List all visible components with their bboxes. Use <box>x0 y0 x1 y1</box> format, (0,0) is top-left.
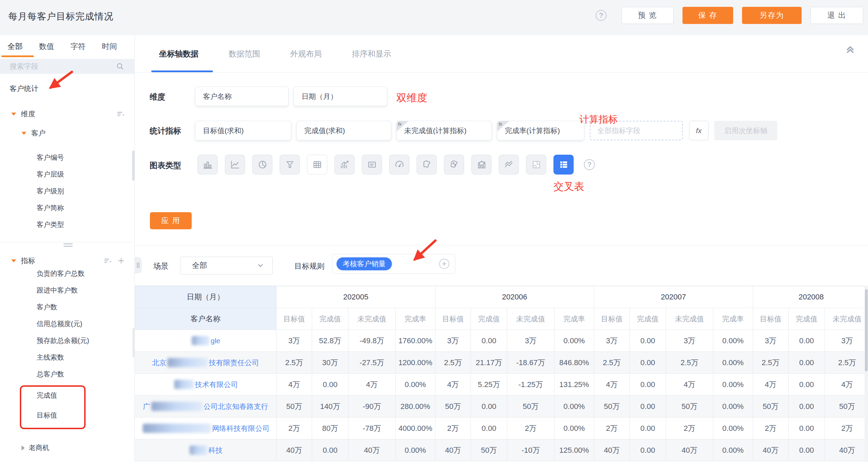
fx-formula-button[interactable]: fx <box>689 121 709 140</box>
sidebar-scrollbar-thumb[interactable] <box>132 328 135 357</box>
sub-header-cell: 目标值 <box>277 308 312 330</box>
customer-link[interactable]: 网络科技有限公司 <box>212 424 270 433</box>
gauge-chart-icon[interactable] <box>389 155 409 175</box>
metric-field[interactable]: 总客户数 <box>0 366 135 383</box>
primary-button[interactable]: 保 存 <box>682 7 733 24</box>
dimension-field[interactable]: 客户简称 <box>0 200 135 216</box>
metric-row-label: 统计指标 <box>150 126 181 136</box>
sidebar-scrollbar-thumb[interactable] <box>132 151 135 181</box>
customer-name-cell: 北京技有限责任公司 <box>135 352 277 374</box>
metric-field[interactable]: 跟进中客户数 <box>0 282 135 299</box>
table-scrollbar-thumb[interactable] <box>865 289 868 371</box>
apply-button[interactable]: 应 用 <box>150 212 192 229</box>
sidebar-collapse-handle[interactable] <box>135 257 141 273</box>
treemap-chart-icon[interactable] <box>526 155 546 175</box>
line-chart-icon[interactable] <box>225 155 245 175</box>
target-rule-box[interactable]: 考核客户销量 <box>332 254 455 274</box>
customer-link[interactable]: 技有限责任公司 <box>209 358 259 368</box>
value-cell: 80万 <box>312 418 348 439</box>
value-cell: 0.00 <box>630 330 666 352</box>
value-cell: 50万 <box>471 439 507 461</box>
customer-link[interactable]: 公司北京知春路支行 <box>204 402 268 411</box>
metric-field[interactable]: 目标值 <box>0 406 135 424</box>
expand-triangle-icon[interactable] <box>22 446 25 450</box>
help-icon[interactable]: ? <box>596 10 607 21</box>
bubble-map-chart-icon[interactable] <box>444 155 464 175</box>
secondary-axis-button[interactable]: 启用次坐标轴 <box>714 121 777 140</box>
collapse-triangle-icon[interactable] <box>11 113 16 116</box>
chip-label: 客户名称 <box>203 92 232 101</box>
metric-field[interactable]: 负责的客户总数 <box>0 265 135 282</box>
chip-label: 完成率(计算指标) <box>505 126 560 136</box>
dimension-field[interactable]: 客户编号 <box>0 149 135 166</box>
value-cell: 3万 <box>594 330 630 352</box>
metric-field[interactable]: 信用总额度(元) <box>0 316 135 332</box>
value-cell: 40万 <box>594 439 630 461</box>
customer-link[interactable]: gle <box>210 337 220 345</box>
field-type-tab[interactable]: 时间 <box>102 41 117 52</box>
map-chart-icon[interactable] <box>417 155 437 175</box>
trend-chart-icon[interactable] <box>334 155 355 175</box>
ghost-button[interactable]: 退 出 <box>810 7 863 24</box>
customer-link[interactable]: 广 <box>143 402 150 411</box>
bar-chart-icon[interactable] <box>197 155 218 175</box>
combo-chart-icon[interactable] <box>471 155 492 175</box>
dimension-chip[interactable]: 客户名称 <box>195 87 289 106</box>
dimension-group-header[interactable]: 客户 <box>22 128 46 138</box>
metric-field[interactable]: 主线索数 <box>0 349 135 366</box>
metric-section-header[interactable]: 指标 <box>11 256 125 266</box>
customer-link[interactable]: 技术有限公司 <box>195 380 238 389</box>
dimension-chip[interactable]: 日期（月） <box>294 87 387 106</box>
dimension-field[interactable]: 客户层级 <box>0 166 135 183</box>
config-tab[interactable]: 外观布局 <box>290 49 322 59</box>
config-tab[interactable]: 数据范围 <box>229 49 260 59</box>
metric-chip[interactable]: 目标值(求和) <box>195 121 291 140</box>
sub-header-cell: 完成值 <box>789 308 825 330</box>
field-type-tab[interactable]: 字符 <box>71 41 86 52</box>
config-tab[interactable]: 坐标轴数据 <box>159 49 199 59</box>
plus-icon[interactable] <box>117 257 125 265</box>
dataset-name[interactable]: 客户统计 <box>10 84 38 93</box>
double-chevron-up-icon[interactable] <box>845 44 856 56</box>
metric-chip[interactable]: fx完成率(计算指标) <box>497 121 584 140</box>
field-type-tab[interactable]: 全部 <box>8 41 23 52</box>
search-input[interactable] <box>10 62 116 70</box>
value-cell: 3万 <box>825 330 868 352</box>
customer-link[interactable]: 科技 <box>208 446 223 455</box>
config-tab[interactable]: 排序和显示 <box>352 49 391 59</box>
collapse-triangle-icon[interactable] <box>11 259 16 262</box>
scene-select[interactable]: 全部 <box>180 257 273 274</box>
dimension-section-header[interactable]: 维度 <box>11 109 125 119</box>
dimension-field[interactable]: 客户类型 <box>0 216 135 233</box>
dimension-field[interactable]: 客户级别 <box>0 183 135 200</box>
customer-name-cell: 网络科技有限公司 <box>135 418 277 439</box>
collapsed-group-header[interactable]: 老商机 <box>22 443 49 452</box>
sort-desc-icon[interactable] <box>104 257 112 265</box>
field-type-tab[interactable]: 数值 <box>39 41 54 52</box>
metric-field[interactable]: 客户数 <box>0 299 135 316</box>
sort-asc-icon[interactable] <box>117 110 125 118</box>
primary-button[interactable]: 另存为 <box>742 7 802 24</box>
value-cell: 0.00% <box>713 374 753 396</box>
chart-help-icon[interactable]: ? <box>584 159 595 170</box>
add-metric-field-dropzone[interactable]: 全部指标字段 <box>590 121 683 140</box>
indicator-card-icon[interactable] <box>362 155 382 175</box>
ghost-button[interactable]: 预 览 <box>622 7 674 24</box>
metric-field[interactable]: 完成值 <box>0 386 135 405</box>
customer-link[interactable]: 北京 <box>152 358 166 368</box>
multi-line-chart-icon[interactable] <box>499 155 519 175</box>
funnel-chart-icon[interactable] <box>280 155 300 175</box>
cross-table-icon[interactable] <box>553 155 574 175</box>
metric-field[interactable]: 预存款总余额(元) <box>0 332 135 349</box>
splitter-handle[interactable] <box>64 243 73 247</box>
value-cell: 40万 <box>435 439 471 461</box>
pie-chart-icon[interactable] <box>252 155 272 175</box>
target-rule-tag[interactable]: 考核客户销量 <box>336 257 392 270</box>
value-cell: 1200.00% <box>396 352 435 374</box>
collapse-triangle-icon[interactable] <box>22 132 26 135</box>
table-chart-icon[interactable] <box>307 155 327 175</box>
value-cell: 4000.00% <box>396 418 435 439</box>
plus-circle-icon[interactable] <box>439 259 449 269</box>
metric-chip[interactable]: fx未完成值(计算指标) <box>396 121 492 140</box>
metric-chip[interactable]: 完成值(求和) <box>296 121 391 140</box>
